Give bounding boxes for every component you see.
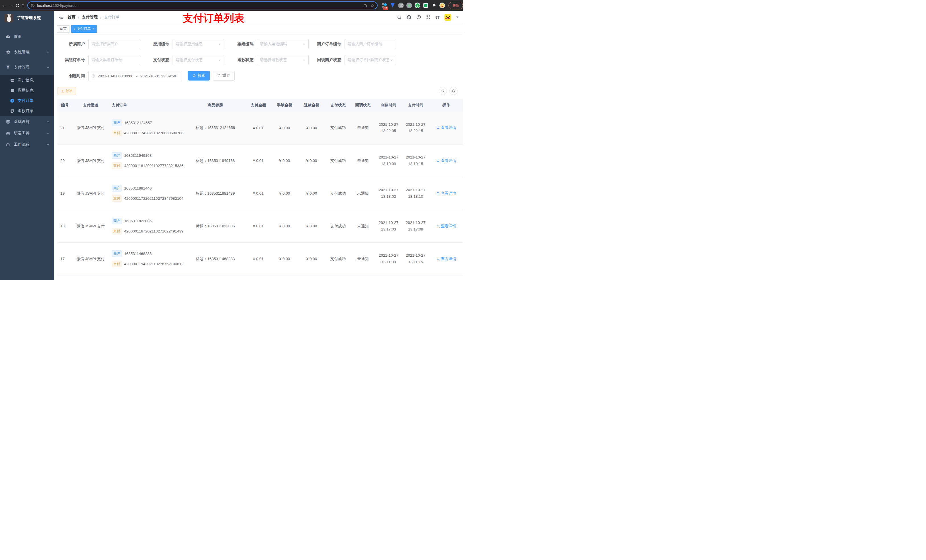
search-icon[interactable] [397, 15, 401, 20]
browser-update-button[interactable]: 更新 [448, 2, 463, 9]
breadcrumb-home[interactable]: 首页 [68, 15, 76, 20]
export-button[interactable]: 导出 [57, 87, 76, 95]
cell-refund: ¥ 0.00 [298, 112, 325, 144]
sidebar-item-label: 商户信息 [18, 78, 33, 83]
sidebar-item-app-info[interactable]: 应用信息 [0, 85, 54, 96]
view-detail-link[interactable]: 查看详情 [437, 158, 456, 163]
extensions-puzzle-icon[interactable] [431, 3, 437, 8]
table-row-partial[interactable]: 商户1635311151796 [57, 275, 463, 280]
merchant-order-no-input[interactable]: 请输入商户订单编号 [345, 39, 396, 49]
reset-button[interactable]: 重置 [213, 71, 235, 80]
cell-title: 标题：1635311823086 [185, 210, 245, 242]
site-info-icon[interactable] [31, 3, 35, 8]
extension-badge-count: 10 [383, 6, 388, 10]
col-pay-status: 支付状态 [325, 99, 351, 112]
channel-code-select[interactable]: 请输入渠道编码 [257, 39, 309, 49]
browser-home-icon[interactable]: ⌂ [21, 2, 24, 9]
breadcrumb-separator: / [78, 15, 79, 20]
refresh-button[interactable] [449, 87, 458, 95]
view-detail-link[interactable]: 查看详情 [437, 191, 456, 196]
notify-status-select[interactable]: 请选择订单回调商户状态 [345, 55, 396, 65]
briefcase-icon [5, 143, 11, 147]
chevron-down-icon [303, 59, 306, 62]
tag-home[interactable]: 首页 [57, 25, 70, 33]
address-bar[interactable]: localhost:1024/pay/order ☆ [27, 2, 378, 9]
table-row[interactable]: 18 微信 JSAPI 支付 商户1635311823086 支付4200001… [57, 210, 463, 242]
cell-id: 18 [57, 210, 72, 242]
col-channel: 支付渠道 [72, 99, 109, 112]
filter-row-3: 创建时间 2021-10-01 00:00:00 - 2021-10-31 23… [57, 71, 463, 81]
bookmark-star-icon[interactable]: ☆ [370, 3, 374, 8]
github-icon[interactable] [406, 15, 412, 20]
filter-label: 创建时间 [57, 73, 88, 78]
sidebar-item-refund-order[interactable]: 退款订单 [0, 106, 54, 116]
view-detail-link[interactable]: 查看详情 [437, 257, 456, 261]
table-row[interactable]: 17 微信 JSAPI 支付 商户1635311468233 支付4200001… [57, 242, 463, 275]
table-row[interactable]: 19 微信 JSAPI 支付 商户1635311881440 支付4200001… [57, 177, 463, 210]
app-title: 芋道管理系统 [17, 15, 41, 21]
cell-pay-time: 2021-10-2713:19:15 [402, 144, 429, 177]
app-logo[interactable]: 芋道管理系统 [0, 11, 54, 25]
extension-record-icon[interactable] [406, 3, 412, 8]
sidebar-item-workflow[interactable]: 工作流程 [0, 139, 54, 150]
date-end-value: 2021-10-31 23:59:59 [141, 74, 176, 78]
breadcrumb-pay[interactable]: 支付管理 [82, 15, 98, 20]
create-time-range-picker[interactable]: 2021-10-01 00:00:00 - 2021-10-31 23:59:5… [88, 71, 182, 81]
sidebar-item-pay[interactable]: ¥ 支付管理 [0, 60, 54, 75]
extension-y-icon[interactable]: y [415, 3, 420, 8]
cell-channel: 微信 JSAPI 支付 [72, 242, 109, 275]
cell-pay-order: 商户1635311881440 支付4200001173202110272847… [109, 177, 185, 210]
browser-forward-icon[interactable]: → [9, 2, 14, 9]
share-icon[interactable] [363, 3, 367, 8]
cell-notify-status: 未通知 [351, 177, 375, 210]
date-separator: - [136, 74, 138, 78]
app-id-select[interactable]: 请选择应用信息 [172, 39, 224, 49]
sidebar-item-label: 研发工具 [14, 131, 47, 136]
sidebar-item-merchant-info[interactable]: 商户信息 [0, 75, 54, 85]
browser-back-icon[interactable]: ← [2, 2, 7, 9]
monitor-icon [5, 120, 11, 124]
user-avatar[interactable] [445, 14, 451, 21]
help-icon[interactable] [416, 15, 421, 20]
extension-chat-icon[interactable] [423, 3, 428, 8]
browser-reload-icon[interactable] [15, 2, 20, 9]
url-text: localhost:1024/pay/order [37, 3, 360, 8]
tag-label: 支付订单 [77, 26, 91, 31]
refund-status-select[interactable]: 请选择退款状态 [257, 55, 309, 65]
cell-pay-time: 2021-10-2713:17:08 [402, 210, 429, 242]
table-row[interactable]: 21 微信 JSAPI 支付 商户1635312124657 支付4200001… [57, 112, 463, 144]
cell-refund: ¥ 0.00 [298, 242, 325, 275]
sidebar-item-home[interactable]: 首页 [0, 29, 54, 44]
search-button[interactable]: 搜索 [188, 71, 210, 80]
fullscreen-icon[interactable] [426, 15, 431, 20]
sidebar-item-label: 退款订单 [18, 109, 33, 113]
sidebar-fold-icon[interactable] [59, 15, 64, 20]
cell-create-time: 2021-10-2713:22:05 [375, 112, 402, 144]
view-detail-link[interactable]: 查看详情 [437, 223, 456, 229]
extension-badge-icon[interactable]: 10 [381, 3, 387, 8]
merchant-input[interactable]: 请选择所属商户 [88, 39, 140, 49]
toggle-search-button[interactable] [439, 87, 447, 95]
pay-status-select[interactable]: 请选择支付状态 [172, 55, 224, 65]
sidebar-item-system[interactable]: 系统管理 [0, 44, 54, 60]
col-pay-time: 支付时间 [402, 99, 429, 112]
sidebar-item-infra[interactable]: 基础设施 [0, 116, 54, 127]
tag-close-icon[interactable]: × [92, 27, 94, 31]
table-row[interactable]: 20 微信 JSAPI 支付 商户1635311949168 支付4200001… [57, 144, 463, 177]
extension-command-icon[interactable]: ⌘ [398, 3, 404, 8]
filter-label: 支付状态 [142, 57, 172, 63]
cell-id: 20 [57, 144, 72, 177]
avatar-caret-icon[interactable] [456, 17, 458, 18]
extension-gem-icon[interactable] [390, 3, 395, 8]
sidebar-item-label: 工作流程 [14, 142, 47, 147]
cell-pay-status: 支付成功 [325, 210, 351, 242]
app-navbar: 首页 / 支付管理 / 支付订单 [54, 11, 463, 24]
sidebar-item-pay-order[interactable]: ¥ 支付订单 [0, 96, 54, 106]
sidebar-item-devtools[interactable]: 研发工具 [0, 127, 54, 139]
tag-pay-order[interactable]: ● 支付订单 × [71, 25, 97, 33]
font-size-icon[interactable]: tT [436, 15, 440, 20]
view-detail-link[interactable]: 查看详情 [437, 125, 456, 130]
channel-order-no-input[interactable]: 请输入渠道订单号 [88, 55, 140, 65]
profile-avatar-icon[interactable] [439, 3, 445, 8]
filter-label: 所属商户 [57, 42, 88, 47]
